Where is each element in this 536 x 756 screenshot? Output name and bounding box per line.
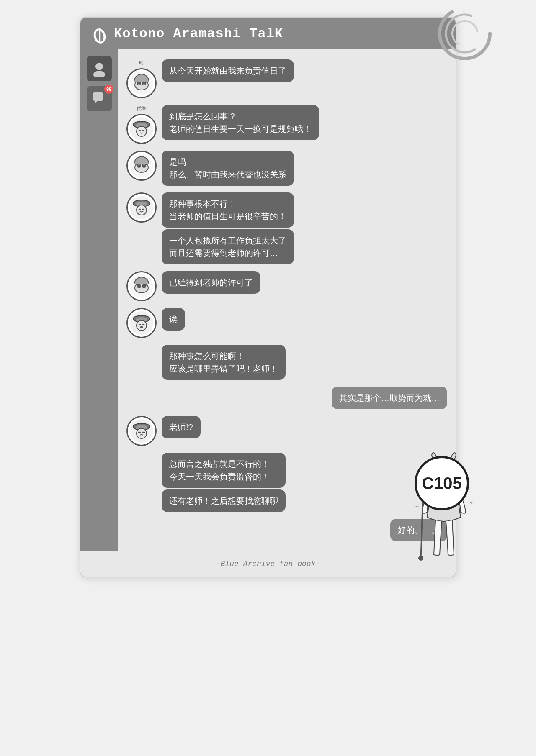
avatar-shi — [126, 151, 157, 181]
message-row: 其实是那个…顺势而为就… — [126, 387, 447, 409]
avatar-yuka — [126, 308, 157, 338]
message-col: 是吗那么、暂时由我来代替也没关系 — [162, 151, 294, 186]
avatar-yuka — [126, 192, 157, 223]
app-title: Kotono Aramashi TalK — [114, 26, 283, 41]
chat-bubble: 已经得到老师的许可了 — [162, 271, 260, 294]
deco-top-right — [436, 4, 494, 64]
chat-header: Kotono Aramashi TalK — [80, 18, 456, 49]
sidebar-chat-button[interactable]: 99 — [87, 86, 112, 111]
svg-point-2 — [448, 16, 482, 51]
message-row: 是吗那么、暂时由我来代替也没关系 — [126, 151, 447, 186]
message-col: 那种事根本不行！当老师的值日生可是很辛苦的！ 一个人包揽所有工作负担太大了而且还… — [162, 192, 294, 264]
chat-bubble: 那种事怎么可能啊！应该是哪里弄错了吧！老师！ — [162, 345, 286, 380]
chat-footer: -Blue Archive fan book- — [80, 551, 456, 577]
message-row: 老师!? — [126, 416, 447, 446]
message-row: 好的、、、 — [126, 519, 447, 541]
chat-bubble: 诶 — [162, 308, 185, 331]
svg-point-0 — [440, 8, 490, 59]
sender-name-label: 时 — [139, 59, 144, 67]
avatar-wrapper — [126, 271, 157, 301]
chat-app: Kotono Aramashi TalK 99 — [80, 17, 456, 577]
message-col: 那种事怎么可能啊！应该是哪里弄错了吧！老师！ — [162, 345, 286, 380]
chat-bubble: 那种事根本不行！当老师的值日生可是很辛苦的！ — [162, 192, 294, 228]
logo-icon — [90, 25, 107, 42]
chat-body: 99 时 — [80, 49, 456, 551]
avatar-wrapper — [126, 416, 157, 446]
chat-bubble: 从今天开始就由我来负责值日了 — [162, 59, 294, 82]
message-row: 时 — [126, 59, 447, 98]
message-col: 从今天开始就由我来负责值日了 — [162, 59, 294, 82]
svg-point-7 — [93, 71, 105, 77]
chat-bubble: 老师!? — [162, 416, 201, 438]
svg-point-31 — [137, 205, 147, 215]
svg-point-6 — [95, 63, 103, 70]
avatar-shi — [126, 271, 157, 301]
svg-rect-8 — [93, 92, 103, 101]
avatar-yuka — [126, 114, 157, 144]
message-col: 诶 — [162, 308, 185, 331]
avatar-wrapper — [126, 151, 157, 181]
unread-badge: 99 — [104, 85, 113, 94]
avatar-yuka — [126, 416, 157, 446]
message-row: 已经得到老师的许可了 — [126, 271, 447, 301]
svg-point-58 — [418, 556, 423, 561]
svg-point-46 — [140, 326, 143, 328]
message-row: 诶 — [126, 308, 447, 338]
avatar-wrapper: 时 — [126, 59, 157, 98]
message-row: 总而言之独占就是不行的！今天一天我会负责监督的！ 还有老师！之后想要找您聊聊 — [126, 453, 447, 512]
message-row: 那种事怎么可能啊！应该是哪里弄错了吧！老师！ — [126, 345, 447, 380]
page-wrapper: Kotono Aramashi TalK 99 — [80, 17, 456, 577]
svg-text:✦: ✦ — [469, 500, 473, 506]
svg-point-43 — [137, 320, 147, 331]
chat-bubble: 其实是那个…顺势而为就… — [332, 387, 447, 409]
svg-point-19 — [137, 126, 147, 136]
message-col: 到底是怎么回事!?老师的值日生要一天一换可是规矩哦！ — [162, 105, 319, 140]
sender-name-label: 优香 — [137, 105, 147, 112]
message-col: 老师!? — [162, 416, 201, 438]
footer-text: -Blue Archive fan book- — [89, 560, 447, 568]
avatar-shi — [126, 68, 157, 98]
avatar-wrapper: 优香 — [126, 105, 157, 144]
sidebar: 99 — [80, 49, 118, 551]
c105-badge: C105 — [415, 456, 469, 510]
c105-badge-area: C105 — [415, 456, 469, 510]
avatar-wrapper — [126, 192, 157, 223]
message-col: 已经得到老师的许可了 — [162, 271, 260, 294]
svg-marker-9 — [95, 101, 98, 104]
message-row: 那种事根本不行！当老师的值日生可是很辛苦的！ 一个人包揽所有工作负担太大了而且还… — [126, 192, 447, 264]
avatar-wrapper — [126, 308, 157, 338]
message-col: 总而言之独占就是不行的！今天一天我会负责监督的！ 还有老师！之后想要找您聊聊 — [162, 453, 286, 512]
sidebar-profile-button[interactable] — [87, 56, 112, 81]
chat-bubble: 总而言之独占就是不行的！今天一天我会负责监督的！ — [162, 453, 286, 488]
chat-bubble: 一个人包揽所有工作负担太大了而且还需要得到老师的许可… — [162, 229, 294, 264]
message-row: 优香 — [126, 105, 447, 144]
chat-bubble: 到底是怎么回事!?老师的值日生要一天一换可是规矩哦！ — [162, 105, 319, 140]
chat-bubble: 还有老师！之后想要找您聊聊 — [162, 489, 286, 512]
svg-point-50 — [137, 428, 147, 438]
chat-bubble: 是吗那么、暂时由我来代替也没关系 — [162, 151, 294, 186]
